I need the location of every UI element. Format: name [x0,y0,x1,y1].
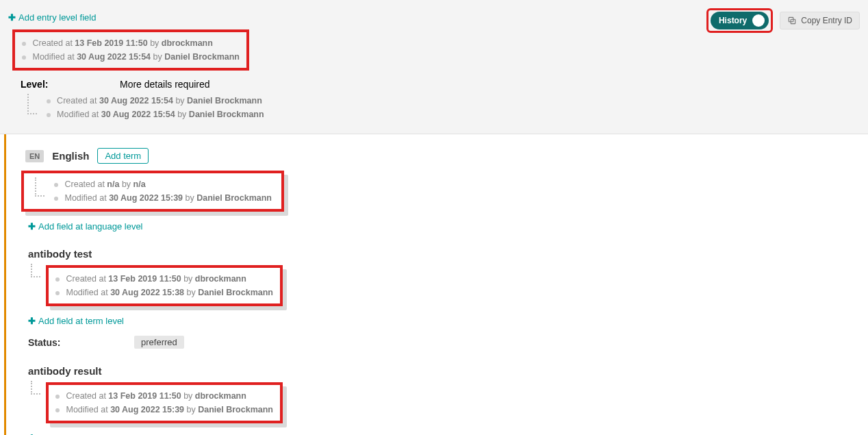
add-field-language-level-label: Add field at language level [38,221,143,232]
term-modified-line: Modified at 30 Aug 2022 15:38 by Daniel … [55,286,273,299]
language-name: English [52,150,89,162]
term-title: antibody result [28,365,868,377]
level-label: Level: [21,79,120,90]
language-header: EN English Add term [25,148,868,164]
entry-modified-line: Modified at 30 Aug 2022 15:54 by Daniel … [22,50,240,64]
level-meta: Created at 30 Aug 2022 15:54 by Daniel B… [27,94,860,121]
language-meta-box: Created at n/a by n/a Modified at 30 Aug… [21,171,284,212]
level-value: More details required [120,79,210,90]
add-field-language-level-link[interactable]: ✚ Add field at language level [28,221,143,232]
level-modified-line: Modified at 30 Aug 2022 15:54 by Daniel … [47,108,264,121]
add-field-term-level-link[interactable]: ✚ Add field at term level [28,316,124,326]
entry-created-line: Created at 13 Feb 2019 11:50 by dbrockma… [22,36,240,50]
term-created-line: Created at 13 Feb 2019 11:50 by dbrockma… [55,389,273,403]
term-status-row: Status: preferred [28,336,868,349]
tree-connector-icon [31,381,43,395]
term-modified-line: Modified at 30 Aug 2022 15:39 by Daniel … [55,403,273,417]
language-section: EN English Add term Created at n/a by n/… [4,134,868,435]
term-meta-box: Created at 13 Feb 2019 11:50 by dbrockma… [46,265,283,306]
term-created-line: Created at 13 Feb 2019 11:50 by dbrockma… [55,272,273,286]
add-entry-level-field-label: Add entry level field [18,12,96,23]
tree-connector-icon [31,264,43,277]
copy-entry-id-label: Copy Entry ID [801,16,852,25]
entry-header-section: History Copy Entry ID ✚ Add entry level … [0,0,868,134]
term-block: antibody result Created at 13 Feb 2019 1… [25,365,868,435]
add-term-button[interactable]: Add term [97,148,149,164]
term-meta-box: Created at 13 Feb 2019 11:50 by dbrockma… [46,382,283,423]
term-block: antibody test Created at 13 Feb 2019 11:… [25,248,868,349]
toggle-knob [752,14,765,27]
language-modified-line: Modified at 30 Aug 2022 15:39 by Daniel … [54,191,272,205]
plus-icon: ✚ [28,316,36,326]
tree-connector-icon [35,177,47,197]
add-field-term-level-label: Add field at term level [38,316,124,326]
history-toggle[interactable]: History [711,12,769,29]
history-highlight: History [706,8,773,33]
level-row: Level: More details required [21,79,860,90]
language-created-line: Created at n/a by n/a [54,177,272,191]
add-entry-level-field-link[interactable]: ✚ Add entry level field [8,12,96,23]
copy-icon [787,16,797,25]
term-title: antibody test [28,248,868,260]
plus-icon: ✚ [8,12,16,23]
language-code-badge: EN [25,150,44,162]
copy-entry-id-button[interactable]: Copy Entry ID [780,12,860,29]
term-status-value: preferred [134,336,184,349]
level-created-line: Created at 30 Aug 2022 15:54 by Daniel B… [47,94,264,108]
entry-meta-box: Created at 13 Feb 2019 11:50 by dbrockma… [12,29,249,71]
tree-connector-icon [27,94,40,114]
history-label: History [719,16,747,25]
top-controls: History Copy Entry ID [706,8,860,33]
entry-meta-highlight-row: Created at 13 Feb 2019 11:50 by dbrockma… [8,29,860,71]
term-status-label: Status: [28,337,134,348]
language-meta-highlight-row: Created at n/a by n/a Modified at 30 Aug… [21,171,868,212]
plus-icon: ✚ [28,221,36,232]
